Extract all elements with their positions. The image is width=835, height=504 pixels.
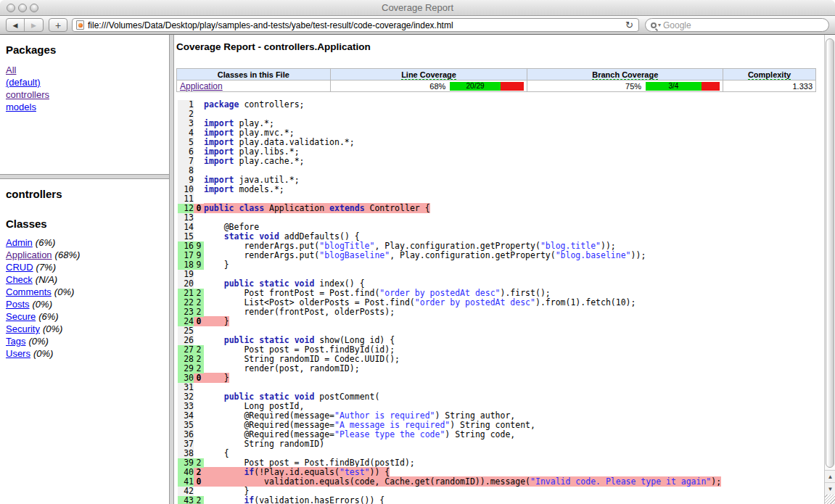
hit-count xyxy=(194,128,204,138)
frame-divider-vertical[interactable] xyxy=(169,35,174,504)
list-item: Security(0%) xyxy=(6,323,163,335)
classes-list: Admin(6%)Application(68%)CRUD(7%)Check(N… xyxy=(6,236,163,360)
source-line: if(validation.hasErrors()) { xyxy=(204,496,721,504)
class-link-security[interactable]: Security xyxy=(6,323,40,334)
hit-count xyxy=(194,119,204,128)
summary-data-row: Application 68% 20/29 75% xyxy=(177,80,816,92)
class-link-crud[interactable]: CRUD xyxy=(6,262,33,273)
source-line xyxy=(204,110,721,119)
package-link-controllers[interactable]: controllers xyxy=(6,89,49,100)
list-item: (default) xyxy=(6,76,163,88)
class-link-comments[interactable]: Comments xyxy=(6,286,52,297)
header-classes-in-file: Classes in this File xyxy=(177,69,331,80)
class-coverage-percent: (7%) xyxy=(36,262,56,273)
source-line: } xyxy=(204,260,721,270)
uncovered-highlight: } xyxy=(204,316,229,326)
window-resize-grip[interactable] xyxy=(825,495,835,504)
branch-coverage-bar: 3/4 xyxy=(646,82,720,91)
chevron-down-icon[interactable]: ▾ xyxy=(658,22,661,28)
line-coverage-bar: 20/29 xyxy=(450,82,524,91)
hit-count xyxy=(194,166,204,175)
class-link-application[interactable]: Application xyxy=(180,81,223,91)
uncovered-highlight: validation.equals(code, Cache.get(random… xyxy=(204,476,721,487)
class-link-admin[interactable]: Admin xyxy=(6,237,33,248)
class-link-users[interactable]: Users xyxy=(6,348,30,359)
scroll-down-arrow-icon[interactable]: ▼ xyxy=(825,482,835,495)
hit-count xyxy=(194,223,204,232)
list-item: Posts(0%) xyxy=(6,298,163,310)
browser-window: Coverage Report ◀ ▶ + file:///Volumes/Da… xyxy=(0,0,835,504)
package-link-all[interactable]: All xyxy=(6,65,16,75)
forward-button[interactable]: ▶ xyxy=(25,19,43,31)
scroll-up-arrow-icon[interactable]: ▲ xyxy=(825,470,835,482)
hit-count xyxy=(194,157,204,166)
branch-coverage-percent: 75% xyxy=(625,82,641,91)
package-link-default[interactable]: (default) xyxy=(6,77,41,88)
header-complexity: Complexity xyxy=(723,69,816,80)
code-line: 189 } xyxy=(178,260,721,270)
summary-header-row: Classes in this File Line Coverage Branc… xyxy=(177,69,816,80)
code-line: 410 validation.equals(code, Cache.get(ra… xyxy=(178,477,721,487)
plus-icon: + xyxy=(55,20,61,31)
uncovered-highlight: public class Application extends Control… xyxy=(204,203,430,213)
class-link-tags[interactable]: Tags xyxy=(6,336,25,347)
packages-title: Packages xyxy=(6,44,163,56)
hit-count xyxy=(194,270,204,279)
hit-count xyxy=(194,175,204,185)
source-line: validation.equals(code, Cache.get(random… xyxy=(204,477,721,487)
report-frame: Coverage Report - controllers.Applicatio… xyxy=(174,35,835,504)
search-input[interactable] xyxy=(663,20,828,30)
line-coverage-percent: 68% xyxy=(429,82,445,91)
reload-icon[interactable]: ↻ xyxy=(625,20,633,30)
forward-icon: ▶ xyxy=(31,22,36,29)
source-line: package controllers; xyxy=(204,100,721,110)
list-item: Secure(6%) xyxy=(6,310,163,323)
source-line: render(post, randomID); xyxy=(204,364,721,373)
back-icon: ◀ xyxy=(13,22,18,29)
hit-count xyxy=(194,402,204,411)
browser-toolbar: ◀ ▶ + file:///Volumes/Data/Desktop/play/… xyxy=(0,16,835,35)
package-link-models[interactable]: models xyxy=(6,102,36,112)
add-bookmark-button[interactable]: + xyxy=(49,18,67,32)
source-line: } xyxy=(204,317,721,326)
packages-frame: Packages All(default)controllersmodels xyxy=(0,35,169,174)
search-icon xyxy=(651,22,657,28)
line-coverage-ratio: 20/29 xyxy=(466,82,485,90)
hit-count xyxy=(194,110,204,119)
code-line: 10import models.*; xyxy=(178,185,721,194)
url-text[interactable]: file:///Volumes/Data/Desktop/play/sample… xyxy=(88,20,622,30)
list-item: Check(N/A) xyxy=(6,273,163,286)
back-button[interactable]: ◀ xyxy=(7,19,25,31)
search-field[interactable]: ▾ xyxy=(645,18,829,32)
code-line: 240 } xyxy=(178,317,721,326)
class-coverage-percent: (0%) xyxy=(54,286,74,297)
class-link-posts[interactable]: Posts xyxy=(6,299,30,310)
branch-coverage-ratio: 3/4 xyxy=(668,82,678,90)
code-line: 13 xyxy=(178,213,721,223)
frame-divider-horizontal[interactable] xyxy=(0,174,169,179)
scrollbar-thumb[interactable] xyxy=(826,38,834,468)
source-line: String randomID) xyxy=(204,439,721,449)
class-coverage-percent: (0%) xyxy=(43,323,62,334)
list-item: Users(0%) xyxy=(6,347,163,360)
url-field[interactable]: file:///Volumes/Data/Desktop/play/sample… xyxy=(72,18,639,32)
hit-count xyxy=(194,147,204,157)
header-line-coverage: Line Coverage xyxy=(330,69,527,80)
hit-count xyxy=(194,100,204,110)
hit-count: 0 xyxy=(194,477,204,487)
vertical-scrollbar[interactable]: ▲ ▼ xyxy=(824,35,835,504)
hit-count xyxy=(194,185,204,194)
class-link-secure[interactable]: Secure xyxy=(6,311,36,322)
source-line: renderArgs.put("blogBaseline", Play.conf… xyxy=(204,251,721,260)
list-item: Comments(0%) xyxy=(6,286,163,298)
list-item: Application(68%) xyxy=(6,249,163,261)
source-line: public class Application extends Control… xyxy=(204,204,721,213)
hit-count xyxy=(194,421,204,430)
class-link-check[interactable]: Check xyxy=(6,274,33,285)
list-item: Tags(0%) xyxy=(6,335,163,347)
class-link-application[interactable]: Application xyxy=(6,249,52,260)
header-branch-coverage: Branch Coverage xyxy=(527,69,723,80)
source-line: import play.cache.*; xyxy=(204,157,721,166)
page-title: Coverage Report - controllers.Applicatio… xyxy=(176,41,371,52)
class-coverage-percent: (6%) xyxy=(36,237,55,248)
